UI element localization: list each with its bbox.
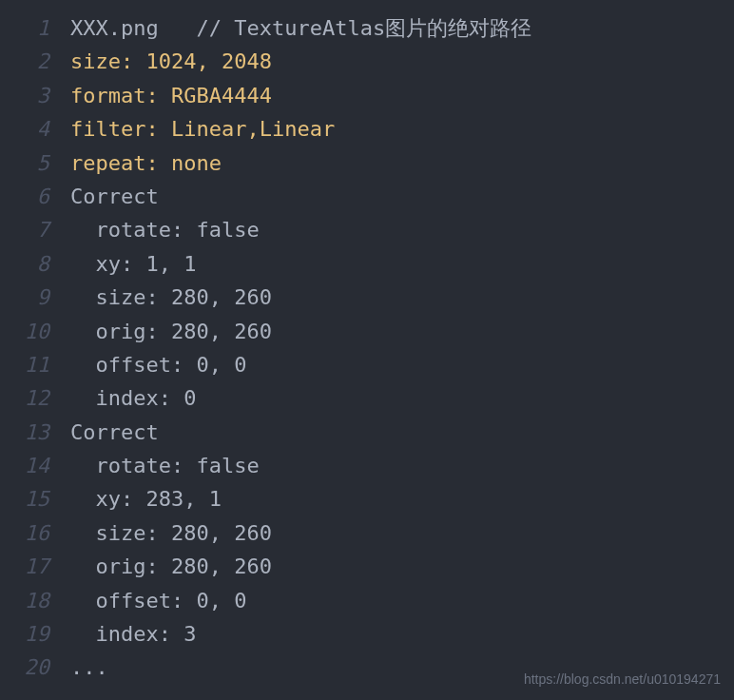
line-number: 13 (0, 416, 49, 449)
line-number: 4 (0, 112, 49, 146)
line-number: 6 (0, 180, 49, 213)
code-line: size: 280, 260 (70, 516, 734, 550)
code-line: index: 3 (70, 617, 734, 651)
code-token: Correct (70, 420, 159, 444)
code-line: repeat: none (70, 146, 734, 180)
code-line: rotate: false (70, 213, 734, 246)
code-line: orig: 280, 260 (70, 315, 734, 348)
code-token: none (159, 151, 222, 175)
code-token: repeat: (70, 151, 159, 175)
code-token: Linear,Linear (159, 117, 335, 141)
code-line: offset: 0, 0 (70, 584, 734, 617)
code-line: orig: 280, 260 (70, 550, 734, 583)
code-token: xy: 1, 1 (70, 252, 196, 276)
watermark-text: https://blog.csdn.net/u010194271 (524, 671, 721, 687)
line-number: 3 (0, 79, 49, 112)
code-token: XXX.png // TextureAtlas图片的绝对路径 (70, 16, 531, 40)
line-number: 18 (0, 584, 49, 617)
code-token: offset: 0, 0 (70, 353, 246, 377)
line-number: 16 (0, 516, 49, 550)
code-token: rotate: false (70, 454, 260, 477)
code-line: size: 280, 260 (70, 281, 734, 314)
line-number: 7 (0, 213, 49, 246)
code-token: index: 0 (70, 386, 196, 410)
code-token: filter: (70, 117, 159, 141)
line-number-gutter: 1234567891011121314151617181920 (0, 11, 59, 685)
line-number: 15 (0, 482, 49, 515)
code-line: index: 0 (70, 381, 734, 415)
code-line: XXX.png // TextureAtlas图片的绝对路径 (70, 11, 734, 45)
code-line: Correct (70, 416, 734, 449)
code-token: ... (70, 655, 108, 679)
code-token: orig: 280, 260 (70, 320, 272, 343)
line-number: 1 (0, 11, 49, 45)
code-line: rotate: false (70, 449, 734, 482)
code-line: xy: 1, 1 (70, 247, 734, 281)
code-line: Correct (70, 180, 734, 213)
code-line: format: RGBA4444 (70, 79, 734, 112)
code-token: orig: 280, 260 (70, 554, 272, 578)
line-number: 14 (0, 449, 49, 482)
code-editor: 1234567891011121314151617181920 XXX.png … (0, 0, 734, 685)
line-number: 11 (0, 348, 49, 381)
line-number: 17 (0, 550, 49, 583)
code-token: xy: 283, 1 (70, 487, 222, 511)
code-line: filter: Linear,Linear (70, 112, 734, 146)
code-token: format: (70, 84, 159, 107)
code-line: size: 1024, 2048 (70, 45, 734, 78)
code-token: 1024, 2048 (133, 49, 272, 73)
code-line: xy: 283, 1 (70, 482, 734, 515)
code-token: size: 280, 260 (70, 285, 272, 309)
line-number: 10 (0, 315, 49, 348)
code-token: size: (70, 49, 133, 73)
line-number: 19 (0, 617, 49, 651)
code-token: index: 3 (70, 622, 196, 646)
line-number: 8 (0, 247, 49, 281)
line-number: 2 (0, 45, 49, 78)
line-number: 12 (0, 381, 49, 415)
code-token: Correct (70, 185, 159, 208)
code-content[interactable]: XXX.png // TextureAtlas图片的绝对路径size: 1024… (59, 11, 734, 685)
line-number: 20 (0, 651, 49, 684)
code-line: offset: 0, 0 (70, 348, 734, 381)
code-token: size: 280, 260 (70, 521, 272, 545)
code-token: rotate: false (70, 218, 260, 242)
line-number: 5 (0, 146, 49, 180)
code-token: RGBA4444 (159, 84, 272, 107)
line-number: 9 (0, 281, 49, 314)
code-token: offset: 0, 0 (70, 589, 246, 612)
